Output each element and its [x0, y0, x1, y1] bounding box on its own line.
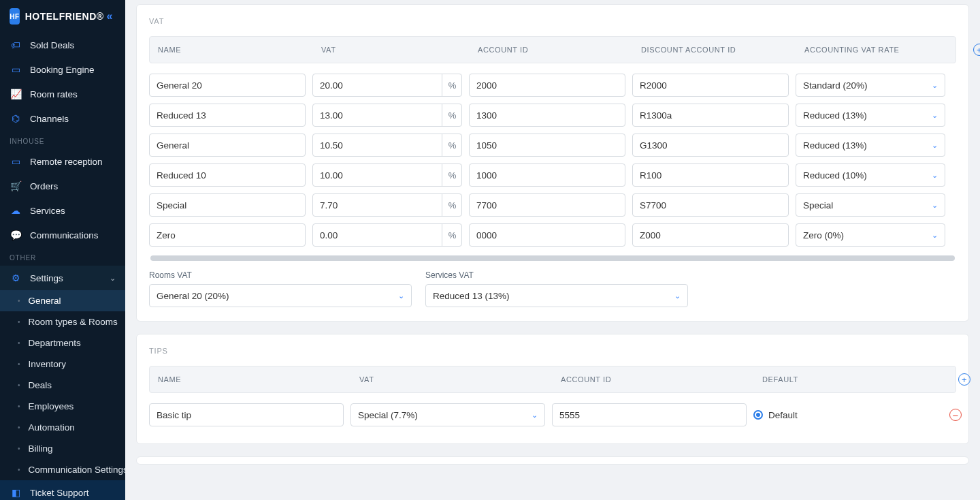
vat-discount-account-id-input[interactable] — [632, 223, 789, 247]
vat-discount-account-id-input[interactable] — [632, 74, 789, 97]
sidebar-item-label: Communications — [30, 230, 99, 240]
brand-name: HOTELFRIEND® — [25, 11, 104, 22]
vat-rate-select[interactable]: Special ⌄ — [796, 193, 945, 217]
vat-percent-input[interactable] — [312, 104, 462, 127]
vat-rate-select[interactable]: Standard (20%) ⌄ — [796, 74, 945, 97]
vat-row: % Reduced (10%) ⌄ — [149, 160, 956, 190]
chevron-down-icon: ⌄ — [932, 111, 938, 120]
ticket-support-label: Ticket Support — [30, 488, 89, 498]
ticket-icon: ◧ — [10, 486, 22, 499]
sidebar-item-services[interactable]: ☁Services — [0, 198, 125, 223]
sidebar-sub-label: Departments — [29, 338, 81, 348]
settings-sub-billing[interactable]: Billing — [0, 438, 125, 459]
vat-percent-input[interactable] — [312, 193, 462, 217]
vat-account-id-input[interactable] — [469, 163, 625, 187]
vat-name-input[interactable] — [149, 223, 306, 247]
vat-account-id-input[interactable] — [469, 74, 625, 97]
chevron-down-icon: ⌄ — [398, 292, 404, 300]
vat-title: VAT — [149, 17, 956, 25]
col-name: NAME — [158, 375, 353, 384]
services-vat-label: Services VAT — [425, 270, 688, 280]
sidebar-item-remote-reception[interactable]: ▭Remote reception — [0, 149, 125, 174]
add-vat-row-button[interactable]: + — [973, 44, 980, 56]
tip-vat-value: Special (7.7%) — [358, 410, 418, 420]
sidebar-item-orders[interactable]: 🛒Orders — [0, 174, 125, 198]
sidebar-sub-label: Employees — [29, 401, 74, 411]
settings-sub-employees[interactable]: Employees — [0, 396, 125, 417]
services-vat-value: Reduced 13 (13%) — [433, 291, 510, 301]
vat-percent-input[interactable] — [312, 134, 462, 157]
tip-account-id-input[interactable] — [552, 403, 747, 426]
vat-rate-select[interactable]: Reduced (13%) ⌄ — [796, 104, 945, 127]
vat-account-id-input[interactable] — [469, 193, 625, 217]
vat-account-id-input[interactable] — [469, 223, 625, 247]
logo-icon: HF — [10, 8, 20, 25]
vat-account-id-input[interactable] — [469, 134, 625, 157]
sidebar-item-room-rates[interactable]: 📈Room rates — [0, 82, 125, 106]
default-label: Default — [768, 410, 798, 420]
vat-rate-value: Standard (20%) — [803, 80, 868, 91]
remove-tip-row-button[interactable]: − — [949, 409, 962, 421]
percent-label: % — [442, 104, 462, 127]
horizontal-scrollbar[interactable] — [150, 255, 955, 261]
tips-title: TIPS — [149, 347, 956, 355]
network-icon: ⌬ — [10, 112, 22, 125]
radio-dot-icon — [753, 410, 763, 420]
sidebar-item-label: Sold Deals — [30, 40, 74, 50]
tip-default-radio[interactable]: Default — [753, 410, 930, 420]
monitor-icon: ▭ — [10, 155, 22, 168]
vat-rate-select[interactable]: Reduced (13%) ⌄ — [796, 134, 945, 157]
sidebar-sub-label: Billing — [29, 443, 53, 454]
vat-name-input[interactable] — [149, 104, 306, 127]
vat-name-input[interactable] — [149, 74, 306, 97]
settings-sub-automation[interactable]: Automation — [0, 417, 125, 438]
percent-label: % — [442, 223, 462, 247]
vat-name-input[interactable] — [149, 134, 306, 157]
vat-discount-account-id-input[interactable] — [632, 193, 789, 217]
sidebar-sub-label: Deals — [29, 380, 52, 390]
settings-label: Settings — [30, 273, 63, 283]
settings-sub-room-types[interactable]: Room types & Rooms — [0, 311, 125, 332]
chevron-down-icon: ⌄ — [932, 81, 938, 90]
settings-sub-comm-settings[interactable]: Communication Settings — [0, 459, 125, 480]
settings-sub-general[interactable]: General — [0, 290, 125, 311]
vat-name-input[interactable] — [149, 163, 306, 187]
tip-name-input[interactable] — [149, 403, 344, 426]
settings-sub-departments[interactable]: Departments — [0, 332, 125, 354]
vat-percent-input[interactable] — [312, 163, 462, 187]
vat-rate-select[interactable]: Reduced (10%) ⌄ — [796, 163, 945, 187]
sidebar-item-label: Room rates — [30, 89, 78, 99]
settings-sub-deals[interactable]: Deals — [0, 375, 125, 396]
vat-percent-input[interactable] — [312, 223, 462, 247]
sidebar-item-booking-engine[interactable]: ▭Booking Engine — [0, 57, 125, 82]
vat-account-id-input[interactable] — [469, 104, 625, 127]
vat-rate-select[interactable]: Zero (0%) ⌄ — [796, 223, 945, 247]
vat-discount-account-id-input[interactable] — [632, 163, 789, 187]
col-accounting-vat-rate: ACCOUNTING VAT RATE — [804, 46, 954, 54]
collapse-sidebar-button[interactable]: « — [104, 9, 116, 24]
settings-sub-inventory[interactable]: Inventory — [0, 354, 125, 375]
vat-discount-account-id-input[interactable] — [632, 134, 789, 157]
vat-discount-account-id-input[interactable] — [632, 104, 789, 127]
tip-vat-select[interactable]: Special (7.7%) ⌄ — [350, 403, 545, 426]
gear-icon: ⚙ — [10, 272, 22, 284]
vat-percent-input[interactable] — [312, 74, 462, 97]
col-discount-account-id: DISCOUNT ACCOUNT ID — [641, 46, 798, 54]
sidebar-item-channels[interactable]: ⌬Channels — [0, 106, 125, 131]
services-vat-select[interactable]: Reduced 13 (13%) ⌄ — [425, 284, 688, 307]
sidebar-item-ticket-support[interactable]: ◧ Ticket Support — [0, 480, 125, 500]
sidebar-item-settings[interactable]: ⚙ Settings ⌄ — [0, 266, 125, 290]
vat-row: % Special ⌄ — [149, 190, 956, 220]
chevron-down-icon: ⌄ — [932, 171, 938, 180]
add-tip-row-button[interactable]: + — [958, 373, 970, 386]
sidebar-item-communications[interactable]: 💬Communications — [0, 223, 125, 247]
sidebar-item-label: Services — [30, 206, 65, 216]
chevron-down-icon: ⌄ — [674, 292, 681, 300]
rooms-vat-label: Rooms VAT — [149, 270, 412, 280]
sidebar-item-label: Booking Engine — [30, 65, 95, 75]
vat-name-input[interactable] — [149, 193, 306, 217]
sidebar-item-sold-deals[interactable]: 🏷Sold Deals — [0, 33, 125, 57]
cart-icon: 🛒 — [10, 180, 22, 192]
sidebar-sub-label: Inventory — [29, 359, 67, 369]
rooms-vat-select[interactable]: General 20 (20%) ⌄ — [149, 284, 412, 307]
